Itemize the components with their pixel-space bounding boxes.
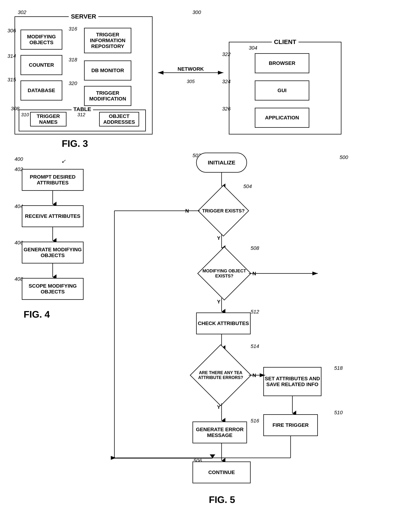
browser-box: BROWSER xyxy=(255,53,309,73)
fig4-arrow1 xyxy=(51,191,55,205)
fig5-arrow-tea-y xyxy=(220,403,223,421)
trigger-mod-label: TRIGGER MODIFICATION xyxy=(85,90,131,102)
counter-box: COUNTER xyxy=(21,55,62,75)
set-attributes-label: SET ATTRIBUTES AND SAVE RELATED INFO xyxy=(264,376,321,387)
ref-322: 322 xyxy=(222,51,231,57)
modifying-objects-box: MODIFYING OBJECTS xyxy=(21,30,62,50)
ref-316: 316 xyxy=(69,26,77,32)
ref-326: 326 xyxy=(222,106,231,112)
ref-508: 508 xyxy=(251,245,259,251)
network-label: NETWORK xyxy=(176,66,205,72)
fig4-label: FIG. 4 xyxy=(24,309,50,320)
object-addresses-box: OBJECT ADDRESSES xyxy=(99,112,139,127)
fig4-arrow2 xyxy=(51,227,55,242)
ref-308: 308 xyxy=(11,106,19,111)
fig5-tea-n-arrow xyxy=(249,373,267,377)
fire-trigger-box: FIRE TRIGGER xyxy=(263,414,318,436)
tea-errors-label: ARE THERE ANY TEA ATTRIBUTE ERRORS? xyxy=(192,368,249,382)
fig5-arrow-init xyxy=(220,173,223,187)
trigger-info-repo-label: TRIGGER INFORMATION REPOSITORY xyxy=(85,32,131,49)
fig5-label: FIG. 5 xyxy=(209,494,235,505)
tea-errors-diamond: ARE THERE ANY TEA ATTRIBUTE ERRORS? xyxy=(192,347,249,403)
browser-label: BROWSER xyxy=(269,60,295,66)
check-attributes-box: CHECK ATTRIBUTES xyxy=(196,312,251,334)
ref-324: 324 xyxy=(222,79,231,84)
db-monitor-label: DB MONITOR xyxy=(91,68,124,73)
ref-510: 510 xyxy=(334,410,343,416)
fire-trigger-label: FIRE TRIGGER xyxy=(272,422,308,428)
application-label: APPLICATION xyxy=(265,115,299,121)
ref-315: 315 xyxy=(7,77,16,83)
database-label: DATABASE xyxy=(27,88,55,93)
set-attributes-box: SET ATTRIBUTES AND SAVE RELATED INFO xyxy=(263,367,321,396)
ref-302: 302 xyxy=(18,9,26,15)
ref-518: 518 xyxy=(334,365,343,371)
receive-attributes-label: RECEIVE ATTRIBUTES xyxy=(25,213,80,219)
fig5-mod-n-arrow xyxy=(249,269,321,323)
ref-514: 514 xyxy=(251,344,259,349)
ref-500: 500 xyxy=(340,155,348,160)
ref-305: 305 xyxy=(187,79,194,84)
prompt-desired-box: PROMPT DESIRED ATTRIBUTES xyxy=(22,169,83,191)
check-attributes-label: CHECK ATTRIBUTES xyxy=(198,321,249,326)
trigger-names-box: TRIGGER NAMES xyxy=(30,112,66,127)
continue-label: CONTINUE xyxy=(208,470,235,475)
generate-modifying-label: GENERATE MODIFYING OBJECTS xyxy=(22,247,83,258)
fig4-arrow3 xyxy=(51,263,55,278)
db-monitor-box: DB MONITOR xyxy=(84,61,131,80)
fig3-label: FIG. 3 xyxy=(62,138,88,149)
fig5-arrow-set-fire xyxy=(291,396,294,414)
trigger-info-repo-box: TRIGGER INFORMATION REPOSITORY xyxy=(84,28,131,53)
gui-label: GUI xyxy=(278,88,287,93)
fig5-arrow-mod-y xyxy=(220,298,223,312)
ref-318: 318 xyxy=(69,57,77,63)
table-label: TABLE xyxy=(71,106,93,112)
trigger-names-label: TRIGGER NAMES xyxy=(31,113,66,125)
ref-312: 312 xyxy=(77,112,85,117)
ref-310: 310 xyxy=(21,112,29,117)
generate-error-box: GENERATE ERROR MESSAGE xyxy=(192,421,247,443)
fig5-arrow-gen-continue xyxy=(220,443,223,461)
ref-400-arrow: ↙ xyxy=(61,158,66,164)
modifying-object-exists-diamond: MODIFYING OBJECT EXISTS? xyxy=(200,249,249,298)
generate-error-label: GENERATE ERROR MESSAGE xyxy=(193,427,247,438)
ref-320: 320 xyxy=(69,80,77,86)
database-box: DATABASE xyxy=(21,80,62,100)
initialize-oval: INITIALIZE xyxy=(196,153,247,173)
server-label: SERVER xyxy=(69,13,98,20)
modifying-object-label: MODIFYING OBJECT EXISTS? xyxy=(200,266,249,280)
ref-306: 306 xyxy=(7,28,16,34)
ref-400: 400 xyxy=(15,156,23,162)
trigger-exists-label: TRIGGER EXISTS? xyxy=(200,206,247,216)
scope-modifying-box: SCOPE MODIFYING OBJECTS xyxy=(22,278,83,300)
counter-label: COUNTER xyxy=(29,62,54,68)
scope-modifying-label: SCOPE MODIFYING OBJECTS xyxy=(22,283,83,295)
prompt-desired-label: PROMPT DESIRED ATTRIBUTES xyxy=(22,174,83,186)
modifying-objects-label: MODIFYING OBJECTS xyxy=(21,34,62,45)
gui-box: GUI xyxy=(255,80,309,100)
ref-314: 314 xyxy=(7,53,16,59)
generate-modifying-box: GENERATE MODIFYING OBJECTS xyxy=(22,242,83,263)
ref-512: 512 xyxy=(251,309,259,315)
ref-300: 300 xyxy=(192,9,201,15)
continue-box: CONTINUE xyxy=(192,461,251,483)
receive-attributes-box: RECEIVE ATTRIBUTES xyxy=(22,205,83,227)
initialize-label: INITIALIZE xyxy=(208,160,235,166)
trigger-mod-box: TRIGGER MODIFICATION xyxy=(84,86,131,106)
application-box: APPLICATION xyxy=(255,108,309,128)
object-addresses-label: OBJECT ADDRESSES xyxy=(100,113,139,125)
client-label: CLIENT xyxy=(272,38,299,45)
ref-516: 516 xyxy=(251,418,259,424)
